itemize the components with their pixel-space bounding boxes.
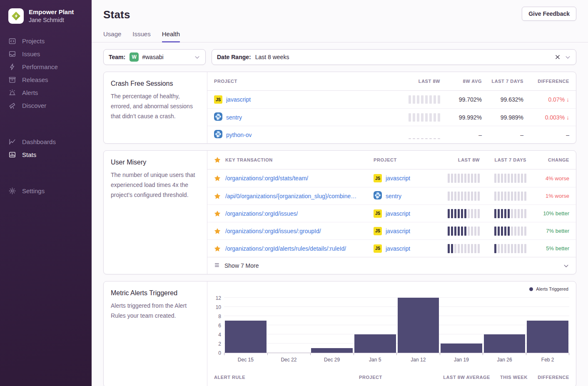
chart-x-ticks xyxy=(224,353,569,355)
date-range-select[interactable]: Date Range: Last 8 weeks xyxy=(212,49,576,65)
spark-bar xyxy=(464,244,466,253)
x-tick-label: Feb 2 xyxy=(526,357,569,363)
team-avatar: W xyxy=(130,52,139,62)
x-tick-label: Dec 15 xyxy=(224,357,267,363)
user-misery-panel: User Misery The number of unique users t… xyxy=(103,150,576,274)
project-link[interactable]: sentry xyxy=(226,114,242,121)
tab-issues[interactable]: Issues xyxy=(132,30,150,42)
project-link[interactable]: python-ov xyxy=(226,132,252,138)
sidebar-item-performance[interactable]: Performance xyxy=(0,60,92,73)
sidebar-item-label: Discover xyxy=(22,102,46,110)
sparkline-8w xyxy=(448,244,480,253)
sidebar-item-settings[interactable]: Settings xyxy=(0,184,92,197)
spark-bar xyxy=(494,209,496,218)
give-feedback-button[interactable]: Give Feedback xyxy=(522,7,576,21)
x-tick xyxy=(354,353,397,355)
sparkline-cell xyxy=(394,131,440,139)
project-cell: JSjavascript xyxy=(374,227,436,235)
date-range-value: Last 8 weeks xyxy=(255,54,289,60)
sidebar-item-alerts[interactable]: Alerts xyxy=(0,86,92,99)
sidebar-item-label: Dashboards xyxy=(22,138,56,146)
project-link[interactable]: javascript xyxy=(386,228,410,234)
change-value: 5% better xyxy=(526,245,569,252)
spark-bar xyxy=(511,244,513,253)
project-cell: JSjavascript xyxy=(374,209,436,218)
spark-bar xyxy=(504,227,506,236)
section-title: Crash Free Sessions xyxy=(111,80,200,87)
sidebar-item-label: Projects xyxy=(22,37,45,45)
chevron-down-icon xyxy=(563,263,569,269)
chevron-down-icon xyxy=(565,54,571,60)
avg-8w-value: 99.702% xyxy=(440,96,482,103)
sidebar-item-label: Performance xyxy=(22,63,58,71)
transaction-link[interactable]: /organizations/:orgId/stats/team/ xyxy=(225,175,308,182)
sidebar-nav-secondary: DashboardsStats xyxy=(0,135,92,161)
tab-health[interactable]: Health xyxy=(162,30,180,42)
spark-bar xyxy=(421,95,424,104)
table-row: JSjavascript99.702%99.632%0.07% ↓ xyxy=(207,91,576,108)
metric-alerts-panel: Metric Alerts Triggered Alerts triggered… xyxy=(103,281,576,386)
change-value: 7% better xyxy=(526,228,569,234)
transaction-link[interactable]: /organizations/:orgId/alerts/rules/detai… xyxy=(225,245,346,252)
sidebar-nav-primary: ProjectsIssuesPerformanceReleasesAlertsD… xyxy=(0,35,92,112)
issues-icon xyxy=(8,50,16,58)
project-link[interactable]: javascript xyxy=(386,210,410,217)
chart-bar-cell xyxy=(354,286,397,353)
spark-bar xyxy=(501,244,503,253)
spark-bar xyxy=(434,113,436,122)
spark-bar xyxy=(511,192,513,201)
sidebar-item-label: Alerts xyxy=(22,89,38,97)
chart-bars xyxy=(224,286,569,353)
transaction-link[interactable]: /organizations/:orgId/issues/:groupId/ xyxy=(225,228,321,234)
spark-bar xyxy=(511,174,513,183)
table-row: sentry99.992%99.989%0.003% ↓ xyxy=(207,108,576,126)
spark-bar xyxy=(474,192,476,201)
y-tick-label: 4 xyxy=(218,332,221,338)
sidebar-item-projects[interactable]: Projects xyxy=(0,35,92,47)
spark-bar xyxy=(454,244,456,253)
avg-8w-value: 99.992% xyxy=(440,114,482,121)
column-header: Last 8w xyxy=(436,157,480,162)
sidebar-item-dashboards[interactable]: Dashboards xyxy=(0,135,92,148)
sidebar-item-discover[interactable]: Discover xyxy=(0,99,92,112)
chart-bar xyxy=(225,321,267,353)
sidebar-item-stats[interactable]: Stats xyxy=(0,148,92,161)
project-link[interactable]: javascript xyxy=(386,245,410,252)
org-switcher[interactable]: Empower Plant Jane Schmidt xyxy=(0,0,92,24)
spark-bar xyxy=(504,244,506,253)
y-tick-label: 10 xyxy=(216,304,221,310)
tab-usage[interactable]: Usage xyxy=(103,30,121,42)
sidebar-item-issues[interactable]: Issues xyxy=(0,47,92,60)
spark-bar xyxy=(468,209,470,218)
chart-bar-cell xyxy=(526,286,569,353)
chart-bar xyxy=(311,348,353,353)
spark-bar xyxy=(471,244,473,253)
show-more-button[interactable]: Show 7 More xyxy=(207,257,576,274)
spark-bar xyxy=(429,138,432,139)
project-link[interactable]: javascript xyxy=(386,175,410,182)
spark-bar xyxy=(409,138,411,139)
sidebar-item-label: Stats xyxy=(22,151,36,159)
sparkline-8w-cell xyxy=(436,209,480,218)
spark-bar xyxy=(417,113,419,122)
releases-icon xyxy=(8,76,16,84)
column-header: Key Transaction xyxy=(214,157,374,163)
transaction-link[interactable]: /api/0/organizations/{organization_slug}… xyxy=(225,193,356,199)
transaction-link[interactable]: /organizations/:orgId/issues/ xyxy=(225,210,298,217)
spark-bar xyxy=(417,138,419,139)
table-row: /organizations/:orgId/issues/:groupId/JS… xyxy=(207,222,576,239)
x-tick xyxy=(268,353,311,355)
project-link[interactable]: sentry xyxy=(386,193,401,199)
project-cell: JSjavascript xyxy=(374,244,436,253)
spark-bar xyxy=(454,192,456,201)
chart-bar xyxy=(398,298,439,353)
project-link[interactable]: javascript xyxy=(226,96,251,103)
clear-date-icon[interactable] xyxy=(555,54,561,60)
x-tick-label: Dec 29 xyxy=(310,357,354,363)
team-select[interactable]: Team: W #wasabi xyxy=(103,49,206,65)
sidebar-item-releases[interactable]: Releases xyxy=(0,73,92,86)
sparkline-8w xyxy=(448,192,480,201)
sidebar: Empower Plant Jane Schmidt ProjectsIssue… xyxy=(0,0,92,386)
spark-bar xyxy=(508,244,510,253)
avg-8w-value: – xyxy=(440,132,482,138)
